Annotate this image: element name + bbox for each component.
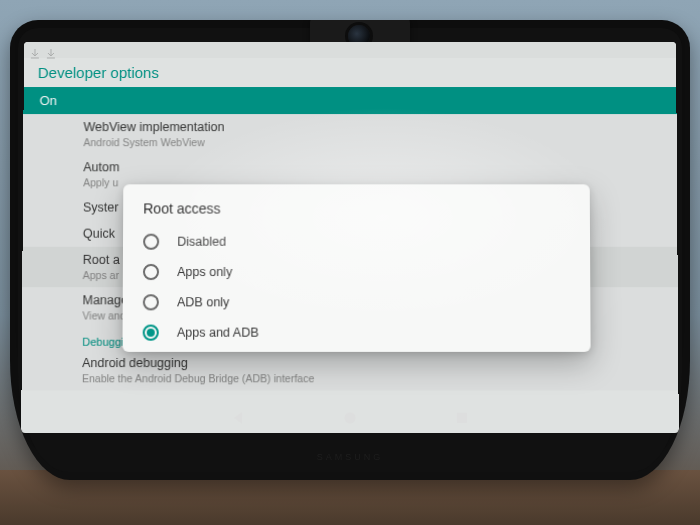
radio-label: Disabled bbox=[177, 235, 226, 249]
root-access-dialog: Root access Disabled Apps only ADB only … bbox=[122, 184, 590, 352]
radio-option-disabled[interactable]: Disabled bbox=[123, 227, 590, 257]
radio-label: ADB only bbox=[177, 295, 229, 309]
radio-label: Apps and ADB bbox=[177, 326, 259, 340]
android-screen: Developer options On WebView implementat… bbox=[21, 42, 679, 433]
radio-icon bbox=[143, 325, 159, 341]
radio-option-apps-only[interactable]: Apps only bbox=[123, 257, 590, 287]
dialog-title: Root access bbox=[123, 196, 590, 226]
radio-icon bbox=[143, 264, 159, 280]
nav-recents-button[interactable] bbox=[454, 410, 470, 426]
radio-icon bbox=[143, 234, 159, 250]
monitor-brand: SAMSUNG bbox=[10, 452, 690, 462]
nav-back-button[interactable] bbox=[230, 410, 246, 426]
radio-label: Apps only bbox=[177, 265, 232, 279]
nav-home-button[interactable] bbox=[342, 410, 358, 426]
radio-option-apps-and-adb[interactable]: Apps and ADB bbox=[122, 317, 590, 347]
monitor-frame: Developer options On WebView implementat… bbox=[10, 20, 690, 480]
radio-icon bbox=[143, 294, 159, 310]
nav-bar bbox=[21, 403, 679, 433]
svg-point-0 bbox=[344, 412, 355, 423]
svg-rect-1 bbox=[457, 413, 467, 423]
radio-option-adb-only[interactable]: ADB only bbox=[123, 287, 591, 317]
